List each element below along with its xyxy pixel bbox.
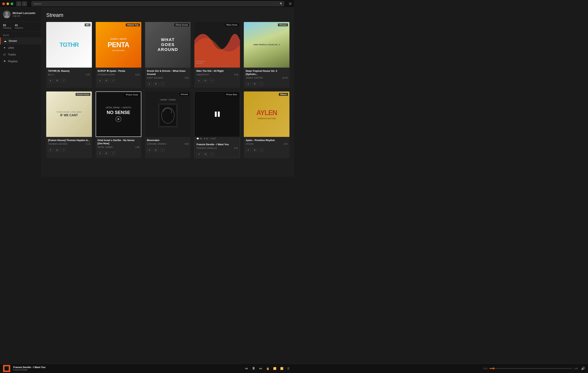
track-actions: ♥ ⊞ ↗: [145, 147, 191, 154]
track-artwork-nosense: ORTAL ISRAEL × GER3TO NO SENSE #Future H…: [96, 92, 141, 137]
track-artist: VIBEWITHIT: [196, 73, 209, 76]
track-title: Ortal Israel x Ger3to - No Sense [Out No…: [98, 139, 139, 145]
track-duration: 3:41: [234, 147, 238, 149]
share-button[interactable]: ↗: [160, 148, 165, 152]
track-title: Niko The Kid - All Right: [196, 70, 238, 73]
track-info: Ortal Israel x Ger3to - No Sense [Out No…: [96, 137, 141, 150]
like-button[interactable]: ♥: [98, 151, 103, 155]
bookmark-button[interactable]: ⊞: [203, 152, 208, 156]
like-button[interactable]: ♥: [246, 148, 251, 152]
share-button[interactable]: ↗: [110, 151, 115, 155]
artwork-tag: #Dance: [279, 93, 288, 96]
niko-artwork-bg: NIKO THE KID ALL RIGHT: [194, 22, 240, 68]
share-button[interactable]: ↗: [259, 82, 263, 86]
artwork-tag: #Deep Sounds: [174, 23, 189, 26]
track-title: Moonraker: [147, 139, 189, 142]
track-card-tropical[interactable]: DEEP TROPICAL HOUSE VOL. 3 #Mixtape Deep…: [244, 22, 289, 88]
sidebar-item-likes[interactable]: ♥ Likes: [0, 44, 42, 51]
track-info: Moonraker CHROME SPARKS 6:04: [145, 137, 191, 147]
tracks-icon: 🏷: [3, 53, 6, 56]
like-button[interactable]: ♥: [48, 79, 53, 83]
bookmark-button[interactable]: ⊞: [153, 148, 158, 152]
track-card-tgthr[interactable]: TGTHR #BLU TGTHR (ft. Raeon) BLU J 3:37 …: [46, 22, 92, 88]
settings-icon[interactable]: ⚙: [289, 2, 292, 6]
like-button[interactable]: ♥: [98, 79, 103, 83]
track-card-fransis[interactable]: #Future Bass 💬 80 ♥ 1K ↺ 417 Fransis Der…: [194, 92, 240, 158]
track-info: Deep Tropical House Vol. 3 [Spinnin... J…: [244, 68, 289, 81]
sidebar-item-playlists[interactable]: ⚑ Playlists: [0, 58, 42, 65]
sidebar-item-tracks[interactable]: 🏷 Tracks: [0, 51, 42, 58]
share-button[interactable]: ↗: [110, 79, 115, 83]
like-button[interactable]: ♥: [196, 152, 201, 156]
track-grid-row1: TGTHR #BLU TGTHR (ft. Raeon) BLU J 3:37 …: [46, 22, 289, 88]
minimize-button[interactable]: −: [6, 2, 9, 5]
track-meta: CHROME SPARKS 6:04: [147, 143, 189, 145]
nav-arrows: ‹ ›: [16, 1, 27, 6]
track-actions: ♥ ⊞ ↗: [194, 78, 240, 84]
artwork-inner: AYLEN PRIMITIVE RHYTHM #Dance: [244, 92, 289, 137]
bookmark-button[interactable]: ⊞: [54, 148, 60, 152]
following-stat: 52 following: [3, 24, 11, 29]
track-meta: OTODAYO SŪPA 4:13: [98, 73, 139, 76]
bookmark-button[interactable]: ⊞: [54, 79, 60, 83]
sidebar-section-label: MAIN: [0, 31, 42, 38]
title-bar: × − + ‹ › 🔍 ⚙: [0, 0, 294, 8]
pause-icon: [215, 112, 220, 117]
track-actions: ♥ ⊞ ↗: [46, 78, 92, 84]
track-card-niko[interactable]: NIKO THE KID ALL RIGHT #Bass House Niko …: [194, 22, 240, 88]
maximize-button[interactable]: +: [10, 2, 13, 5]
share-button[interactable]: ↗: [61, 148, 66, 152]
bookmark-button[interactable]: ⊞: [153, 82, 158, 86]
track-card-penta[interactable]: SCRVP × APATO PENTA DTB RECORDS #Hybrid …: [96, 22, 141, 88]
track-meta: JAMES CARTER 61:00: [246, 77, 288, 79]
bookmark-button[interactable]: ⊞: [252, 148, 257, 152]
logout-link[interactable]: Log out: [12, 15, 35, 17]
track-artist: BLU J: [48, 73, 54, 76]
track-artist: JAMES CARTER: [246, 77, 263, 79]
share-button[interactable]: ↗: [160, 82, 165, 86]
track-info: SCRVP ✖ Apato - Penta OTODAYO SŪPA 4:13: [96, 68, 141, 78]
track-artwork-tgthr: TGTHR #BLU: [46, 22, 92, 68]
search-input[interactable]: [32, 1, 284, 6]
track-card-deep[interactable]: WHAT GOES AROUND #Deep Sounds Drunk Girl…: [145, 22, 191, 88]
track-card-moonraker[interactable]: CHROME SPARKS #chrome Moonraker CHROME S…: [145, 92, 191, 158]
share-button[interactable]: ↗: [259, 148, 263, 152]
like-button[interactable]: ♥: [147, 148, 152, 152]
like-button[interactable]: ♥: [246, 82, 251, 86]
bookmark-button[interactable]: ⊞: [252, 82, 257, 86]
artwork-tag: #Bass House: [225, 23, 239, 26]
like-button[interactable]: ♥: [147, 82, 152, 86]
track-artwork-moonraker: CHROME SPARKS #chrome: [145, 92, 191, 137]
share-button[interactable]: ↗: [209, 152, 214, 156]
track-meta: FRANSIS DERELLE 3:41: [196, 147, 238, 149]
nav-forward-button[interactable]: ›: [22, 1, 27, 6]
sidebar: Michael Lancaster Log out 52 following 4…: [0, 8, 42, 177]
sidebar-item-stream[interactable]: ☁ Stream: [0, 38, 42, 44]
track-grid-row2: THOMAS HAYDEN × ORTAL ISRAEL IF WE CANT …: [46, 92, 289, 158]
like-button[interactable]: ♥: [196, 79, 201, 83]
track-info: [Future House] Thomas Hayden &... THOMAS…: [46, 137, 92, 147]
artwork-inner: THOMAS HAYDEN × ORTAL ISRAEL IF WE CANT …: [46, 92, 92, 137]
track-artwork-penta: SCRVP × APATO PENTA DTB RECORDS #Hybrid …: [96, 22, 141, 68]
track-duration: 61:00: [282, 77, 288, 79]
bookmark-button[interactable]: ⊞: [203, 79, 208, 83]
track-card-nosense[interactable]: ORTAL ISRAEL × GER3TO NO SENSE #Future H…: [96, 92, 141, 158]
share-button[interactable]: ↗: [209, 79, 214, 83]
track-duration: 6:04: [185, 143, 189, 145]
track-actions: ♥ ⊞ ↗: [145, 81, 191, 88]
track-info: Drunk Girl & Drivvin - What Goes Around …: [145, 68, 191, 81]
nav-back-button[interactable]: ‹: [16, 1, 21, 6]
artwork-tag: #chrome: [179, 93, 189, 96]
track-card-aylen[interactable]: AYLEN PRIMITIVE RHYTHM #Dance Aylen - Pr…: [244, 92, 289, 158]
track-artist: OTODAYO SŪPA: [98, 73, 115, 76]
bookmark-button[interactable]: ⊞: [104, 79, 109, 83]
artwork-tag: #Future House: [76, 93, 90, 96]
like-button[interactable]: ♥: [48, 148, 53, 152]
track-card-futurehouse[interactable]: THOMAS HAYDEN × ORTAL ISRAEL IF WE CANT …: [46, 92, 92, 158]
track-duration: 3:41: [185, 77, 189, 79]
artwork-tag: #BLU: [85, 23, 90, 26]
bookmark-button[interactable]: ⊞: [104, 151, 109, 155]
close-button[interactable]: ×: [2, 2, 5, 5]
share-button[interactable]: ↗: [61, 79, 66, 83]
track-meta: THOMAS HAYDEN 5:13: [48, 143, 90, 145]
